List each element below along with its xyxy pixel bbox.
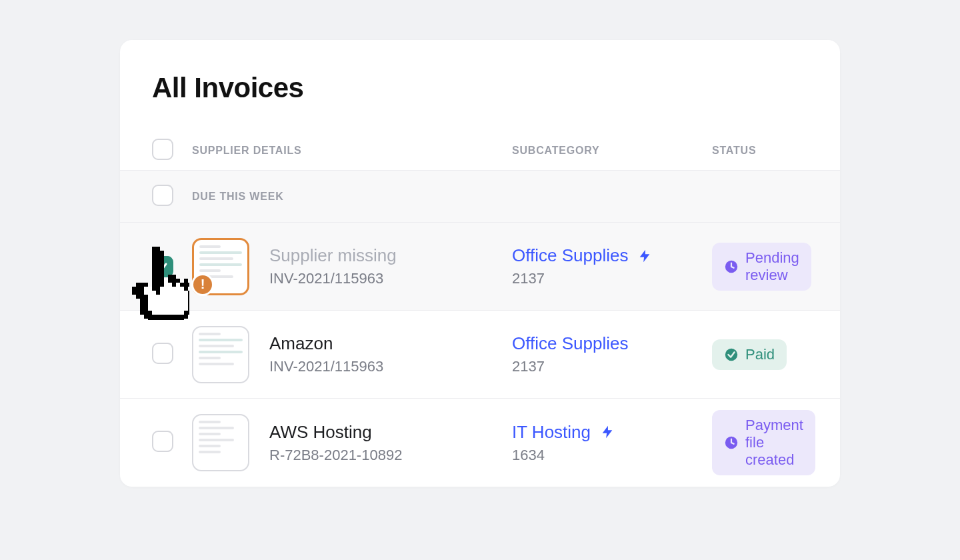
invoice-ref: INV-2021/115963 <box>269 270 397 287</box>
invoice-thumbnail[interactable]: ! <box>192 238 249 295</box>
row-checkbox[interactable] <box>152 343 173 364</box>
status-badge: Payment file created <box>712 410 815 475</box>
supplier-name: AWS Hosting <box>269 422 402 443</box>
subcategory-link[interactable]: Office Supplies <box>512 333 628 354</box>
table-row[interactable]: AWS Hosting R-72B8-2021-10892 IT Hosting… <box>120 399 840 487</box>
subcategory-code: 2137 <box>512 358 712 375</box>
status-badge: Pending review <box>712 243 811 291</box>
lightning-icon <box>637 249 652 263</box>
row-checkbox[interactable] <box>152 256 173 277</box>
svg-point-1 <box>725 348 737 360</box>
subcategory-link[interactable]: IT Hosting <box>512 422 591 443</box>
table-row[interactable]: Amazon INV-2021/115963 Office Supplies 2… <box>120 311 840 399</box>
supplier-name: Amazon <box>269 333 383 354</box>
subcategory-code: 2137 <box>512 270 712 287</box>
invoice-ref: INV-2021/115963 <box>269 358 383 375</box>
group-header: Due this week <box>120 171 840 223</box>
status-label: Pending review <box>745 249 799 284</box>
column-status: Status <box>712 145 808 157</box>
invoice-thumbnail[interactable] <box>192 326 249 383</box>
subcategory-link[interactable]: Office Supplies <box>512 245 628 266</box>
table-row[interactable]: ! Supplier missing INV-2021/115963 Offic… <box>120 223 840 311</box>
clock-icon <box>724 435 739 450</box>
status-label: Paid <box>745 346 775 363</box>
alert-icon: ! <box>191 273 214 296</box>
status-badge: Paid <box>712 339 787 370</box>
table-header: Supplier details Subcategory Status <box>120 131 840 171</box>
check-circle-icon <box>724 347 739 362</box>
column-subcategory: Subcategory <box>512 145 712 157</box>
invoice-thumbnail[interactable] <box>192 414 249 471</box>
column-supplier: Supplier details <box>192 145 512 157</box>
lightning-icon <box>600 425 615 439</box>
invoice-ref: R-72B8-2021-10892 <box>269 447 402 464</box>
status-label: Payment file created <box>745 417 803 469</box>
select-all-checkbox[interactable] <box>152 139 173 160</box>
subcategory-code: 1634 <box>512 447 712 464</box>
row-checkbox[interactable] <box>152 431 173 452</box>
invoices-panel: All Invoices Supplier details Subcategor… <box>120 40 840 487</box>
select-group-checkbox[interactable] <box>152 185 173 206</box>
supplier-name: Supplier missing <box>269 245 397 266</box>
group-label: Due this week <box>192 191 512 203</box>
page-title: All Invoices <box>120 72 840 131</box>
clock-icon <box>724 259 739 274</box>
